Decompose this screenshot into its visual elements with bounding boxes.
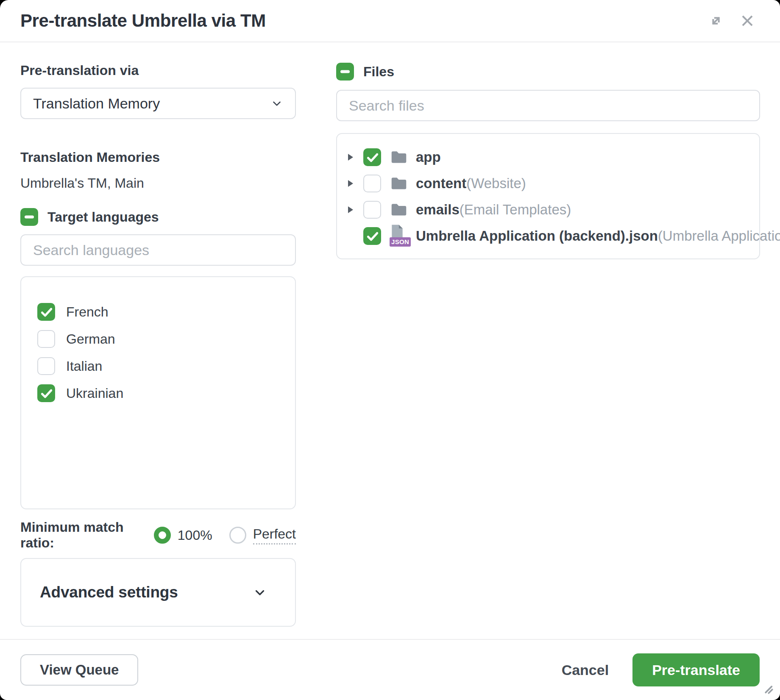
file-annotation: (Email Templates) xyxy=(460,202,571,218)
file-annotation: (Website) xyxy=(466,175,526,192)
files-label: Files xyxy=(363,64,394,80)
language-checkbox[interactable] xyxy=(37,330,55,348)
dialog-title: Pre-translate Umbrella via TM xyxy=(20,11,266,31)
target-languages-label: Target languages xyxy=(47,209,159,225)
files-row: Files xyxy=(336,63,760,81)
minimum-match-ratio-label: Minimum match ratio: xyxy=(20,519,143,551)
language-list: French German Italian Ukrainian xyxy=(20,276,296,509)
view-queue-button[interactable]: View Queue xyxy=(20,654,138,686)
files-search-box xyxy=(336,90,760,121)
folder-icon xyxy=(390,201,408,218)
file-checkbox[interactable] xyxy=(363,148,381,166)
language-checkbox[interactable] xyxy=(37,384,55,402)
pretranslation-method-select[interactable]: Translation Memory xyxy=(20,88,296,119)
pre-translate-dialog: Pre-translate Umbrella via TM Pre-transl… xyxy=(0,0,780,700)
pretranslation-method-value: Translation Memory xyxy=(33,95,160,112)
language-row[interactable]: Italian xyxy=(37,353,282,380)
language-label: German xyxy=(66,331,115,347)
files-group-checkbox[interactable] xyxy=(336,63,354,81)
folder-icon xyxy=(390,175,408,192)
match-ratio-100-label[interactable]: 100% xyxy=(178,528,212,543)
language-row[interactable]: Ukrainian xyxy=(37,380,282,407)
target-languages-row: Target languages xyxy=(20,208,296,226)
expand-caret-icon[interactable] xyxy=(348,180,353,187)
file-annotation: (Umbrella Application) xyxy=(658,228,780,244)
chevron-down-icon xyxy=(253,585,267,600)
cancel-button[interactable]: Cancel xyxy=(559,661,612,679)
target-languages-group-checkbox[interactable] xyxy=(20,208,38,226)
chevron-down-icon xyxy=(270,97,283,110)
match-ratio-perfect-label[interactable]: Perfect xyxy=(253,526,296,544)
dialog-header: Pre-translate Umbrella via TM xyxy=(0,0,780,42)
settings-column: Pre-translation via Translation Memory T… xyxy=(20,42,296,627)
language-row[interactable]: French xyxy=(37,298,282,325)
expand-icon[interactable] xyxy=(707,12,725,30)
file-tree-row-content[interactable]: content (Website) xyxy=(348,170,751,197)
resize-handle[interactable] xyxy=(760,681,774,695)
folder-icon xyxy=(390,149,408,166)
pre-translate-button[interactable]: Pre-translate xyxy=(632,653,760,686)
language-label: Ukrainian xyxy=(66,386,123,401)
match-ratio-perfect-radio[interactable] xyxy=(229,527,246,544)
language-label: French xyxy=(66,304,109,320)
file-checkbox[interactable] xyxy=(363,227,381,245)
translation-memories-value: Umbrella's TM, Main xyxy=(20,175,296,191)
advanced-settings-label: Advanced settings xyxy=(40,583,178,601)
language-checkbox[interactable] xyxy=(37,303,55,321)
language-checkbox[interactable] xyxy=(37,357,55,375)
close-icon[interactable] xyxy=(738,12,756,30)
translation-memories-label: Translation Memories xyxy=(20,150,296,165)
match-ratio-100-radio[interactable] xyxy=(154,527,171,544)
files-search-input[interactable] xyxy=(349,97,747,114)
files-column: Files app xyxy=(336,42,760,259)
file-checkbox[interactable] xyxy=(363,201,381,219)
expand-caret-icon[interactable] xyxy=(348,154,353,161)
minimum-match-ratio-row: Minimum match ratio: 100% Perfect xyxy=(20,525,296,545)
file-name: app xyxy=(416,149,441,165)
language-label: Italian xyxy=(66,358,102,374)
language-search-input[interactable] xyxy=(33,242,283,258)
file-tree-row-json[interactable]: JSON Umbrella Application (backend).json… xyxy=(348,223,751,249)
file-tree: app content (Website) xyxy=(336,133,760,259)
json-file-icon: JSON xyxy=(390,224,409,248)
expand-caret-icon[interactable] xyxy=(348,206,353,213)
pretranslation-via-label: Pre-translation via xyxy=(20,63,296,78)
file-name: emails xyxy=(416,202,460,218)
file-tree-row-emails[interactable]: emails (Email Templates) xyxy=(348,197,751,223)
language-search-box xyxy=(20,234,296,266)
language-row[interactable]: German xyxy=(37,325,282,353)
file-checkbox[interactable] xyxy=(363,175,381,192)
dialog-footer: View Queue Cancel Pre-translate xyxy=(0,639,780,700)
file-tree-row-app[interactable]: app xyxy=(348,144,751,170)
advanced-settings-toggle[interactable]: Advanced settings xyxy=(20,558,296,627)
file-name: Umbrella Application (backend).json xyxy=(416,228,658,244)
json-badge: JSON xyxy=(390,237,411,247)
file-name: content xyxy=(416,175,466,192)
